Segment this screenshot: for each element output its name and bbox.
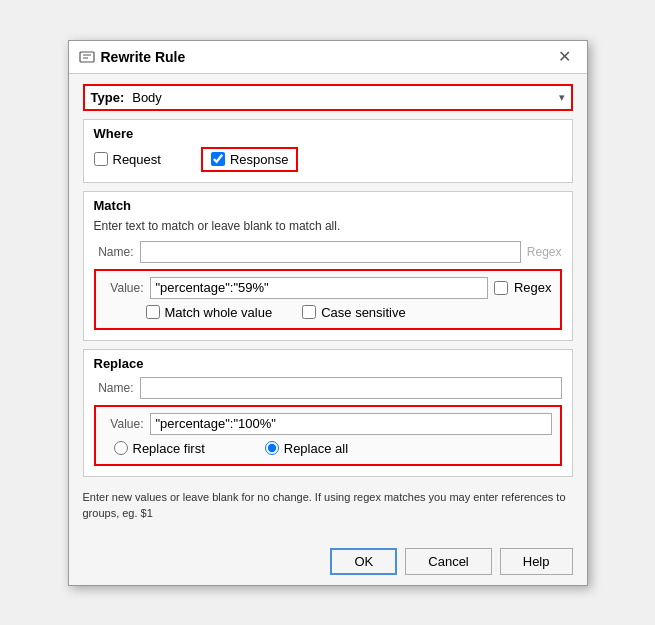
match-name-label: Name: xyxy=(94,245,134,259)
cancel-button[interactable]: Cancel xyxy=(405,548,491,575)
replace-value-label: Value: xyxy=(104,417,144,431)
where-title: Where xyxy=(94,126,562,141)
match-value-box: Value: Regex Match whole value Case sens… xyxy=(94,269,562,330)
case-sensitive-group: Case sensitive xyxy=(302,305,406,320)
where-row: Request Response xyxy=(94,147,562,172)
replace-radio-options: Replace first Replace all xyxy=(104,441,552,456)
where-section: Where Request Response xyxy=(83,119,573,183)
button-row: OK Cancel Help xyxy=(69,540,587,585)
match-whole-value-group: Match whole value xyxy=(146,305,273,320)
ok-button[interactable]: OK xyxy=(330,548,397,575)
rewrite-rule-dialog: Rewrite Rule ✕ Type: Body ▾ Where Reques… xyxy=(68,40,588,586)
whole-value-checkbox[interactable] xyxy=(146,305,160,319)
dialog-title: Rewrite Rule xyxy=(101,49,186,65)
match-section: Match Enter text to match or leave blank… xyxy=(83,191,573,341)
replace-name-input[interactable] xyxy=(140,377,562,399)
replace-first-radio[interactable] xyxy=(114,441,128,455)
help-button[interactable]: Help xyxy=(500,548,573,575)
whole-value-label[interactable]: Match whole value xyxy=(165,305,273,320)
match-name-regex-label: Regex xyxy=(527,245,562,259)
match-value-regex-label[interactable]: Regex xyxy=(514,280,552,295)
response-label[interactable]: Response xyxy=(230,152,289,167)
type-row: Type: Body ▾ xyxy=(83,84,573,111)
match-name-row: Name: Regex xyxy=(94,241,562,263)
replace-title: Replace xyxy=(94,356,562,371)
replace-section: Replace Name: Value: Replace first xyxy=(83,349,573,477)
type-label: Type: xyxy=(91,90,125,105)
match-value-input[interactable] xyxy=(150,277,488,299)
dialog-icon xyxy=(79,49,95,65)
replace-all-label[interactable]: Replace all xyxy=(284,441,348,456)
title-bar: Rewrite Rule ✕ xyxy=(69,41,587,74)
close-button[interactable]: ✕ xyxy=(552,47,577,67)
footer-hint: Enter new values or leave blank for no c… xyxy=(83,485,573,526)
replace-value-input[interactable] xyxy=(150,413,552,435)
svg-rect-0 xyxy=(80,52,94,62)
case-sensitive-label[interactable]: Case sensitive xyxy=(321,305,406,320)
request-checkbox[interactable] xyxy=(94,152,108,166)
replace-all-group: Replace all xyxy=(265,441,348,456)
type-select[interactable]: Body xyxy=(132,90,550,105)
replace-value-box: Value: Replace first Replace all xyxy=(94,405,562,466)
response-group-highlighted: Response xyxy=(201,147,299,172)
title-bar-left: Rewrite Rule xyxy=(79,49,186,65)
replace-value-row: Value: xyxy=(104,413,552,435)
match-hint: Enter text to match or leave blank to ma… xyxy=(94,219,562,233)
match-value-options: Match whole value Case sensitive xyxy=(104,305,552,320)
request-group: Request xyxy=(94,152,161,167)
match-name-input[interactable] xyxy=(140,241,521,263)
match-title: Match xyxy=(94,198,562,213)
dialog-body: Type: Body ▾ Where Request Response xyxy=(69,74,587,540)
match-value-regex-checkbox[interactable] xyxy=(494,281,508,295)
case-sensitive-checkbox[interactable] xyxy=(302,305,316,319)
match-value-label: Value: xyxy=(104,281,144,295)
response-checkbox[interactable] xyxy=(211,152,225,166)
replace-first-group: Replace first xyxy=(114,441,205,456)
request-label[interactable]: Request xyxy=(113,152,161,167)
replace-first-label[interactable]: Replace first xyxy=(133,441,205,456)
dropdown-arrow-icon: ▾ xyxy=(559,91,565,104)
replace-name-label: Name: xyxy=(94,381,134,395)
match-value-row: Value: Regex xyxy=(104,277,552,299)
replace-all-radio[interactable] xyxy=(265,441,279,455)
replace-name-row: Name: xyxy=(94,377,562,399)
